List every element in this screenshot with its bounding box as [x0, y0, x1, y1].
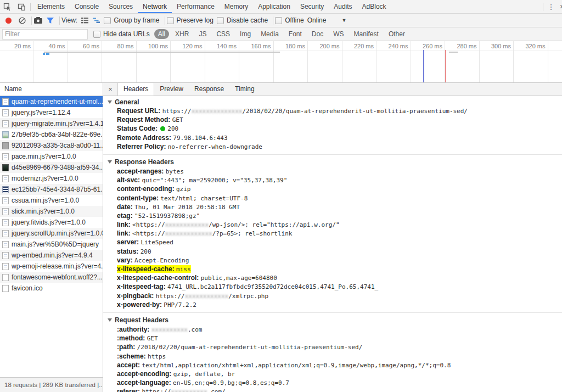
throttling-select[interactable]: Online ▼: [307, 16, 347, 24]
overview-request-bar: [449, 52, 458, 53]
type-filter-doc[interactable]: Doc: [308, 29, 327, 39]
kebab-menu-icon[interactable]: ⋮: [545, 3, 557, 11]
request-row[interactable]: slick.min.js?ver=1.0.0: [0, 206, 103, 217]
inspect-icon: [3, 3, 12, 11]
record-button[interactable]: [4, 18, 15, 24]
request-row[interactable]: wp-emoji-release.min.js?ver=4...: [0, 261, 103, 272]
type-filter-img[interactable]: Img: [236, 29, 255, 39]
request-row[interactable]: cssua.min.js?ver=1.0.0: [0, 195, 103, 206]
filter-input[interactable]: [2, 29, 88, 40]
request-row[interactable]: 27b9ef35-cb6a-34bf-822e-69e...: [0, 129, 103, 140]
tab-application[interactable]: Application: [253, 1, 295, 13]
details-tab-preview[interactable]: Preview: [154, 83, 189, 96]
list-view-button[interactable]: [81, 16, 89, 24]
offline-checkbox[interactable]: Offline: [275, 16, 304, 24]
details-tab-timing[interactable]: Timing: [229, 83, 260, 96]
header-pair: Remote Address: 79.98.104.6:443: [117, 134, 228, 142]
timeline-overview[interactable]: 20 ms40 ms60 ms80 ms100 ms120 ms140 ms16…: [0, 41, 562, 83]
type-filter-js[interactable]: JS: [195, 29, 210, 39]
request-name: jquery.js?ver=1.12.4: [12, 109, 71, 116]
waterfall-view-button[interactable]: [92, 16, 100, 24]
tab-network[interactable]: Network: [138, 1, 172, 13]
inspect-element-button[interactable]: [0, 1, 14, 13]
disable-cache-checkbox[interactable]: Disable cache: [217, 16, 268, 24]
redacted-text: xxxxxxxxxxxxxx: [192, 108, 243, 115]
header-value: miss: [176, 266, 191, 273]
header-row-etag: etag: "52-1519937898;gz": [103, 211, 562, 220]
ruler-tick-label: 80 ms: [101, 43, 134, 49]
request-row[interactable]: wp-embed.min.js?ver=4.9.4: [0, 250, 103, 261]
hide-data-urls-checkbox[interactable]: Hide data URLs: [93, 30, 150, 38]
header-pair: accept: text/html,application/xhtml+xml,…: [117, 361, 451, 369]
header-pair: Referrer Policy: no-referrer-when-downgr…: [117, 143, 262, 150]
request-row[interactable]: jquery.scrollUp.min.js?ver=1.0.0: [0, 228, 103, 239]
request-row[interactable]: pace.min.js?ver=1.0.0: [0, 151, 103, 162]
close-icon[interactable]: ×: [557, 2, 562, 11]
clear-button[interactable]: [18, 16, 26, 25]
type-filter-font[interactable]: Font: [285, 29, 306, 39]
tab-elements[interactable]: Elements: [32, 1, 70, 13]
ruler-tick-label: 120 ms: [170, 43, 203, 49]
header-name: Request URL:: [117, 107, 160, 115]
type-filter-media[interactable]: Media: [257, 29, 283, 39]
header-pair: vary: Accept-Encoding: [117, 256, 189, 264]
group-by-frame-checkbox[interactable]: Group by frame: [104, 16, 159, 24]
header-name: date:: [117, 203, 133, 211]
device-toolbar-button[interactable]: [14, 1, 29, 13]
request-row[interactable]: fontawesome-webfont.woff2?...: [0, 272, 103, 283]
name-column-header[interactable]: Name: [0, 83, 103, 96]
header-row-referrer-policy: Referrer Policy: no-referrer-when-downgr…: [103, 142, 562, 151]
tab-adblock[interactable]: AdBlock: [357, 1, 391, 13]
request-name: main.js?ver%5B0%5D=jquery: [12, 240, 99, 248]
header-pair: :scheme: https: [117, 352, 166, 360]
section-request-headers[interactable]: Request Headers: [103, 316, 562, 325]
request-name: jquery.fitvids.js?ver=1.0.0: [12, 219, 86, 226]
divider: [273, 16, 273, 25]
filter-toggle-button[interactable]: [46, 17, 54, 24]
type-filter-xhr[interactable]: XHR: [171, 29, 193, 39]
tab-sources[interactable]: Sources: [104, 1, 138, 13]
request-row[interactable]: main.js?ver%5B0%5D=jquery: [0, 239, 103, 250]
tab-console[interactable]: Console: [70, 1, 104, 13]
screenshot-button[interactable]: [33, 16, 43, 24]
record-icon: [5, 18, 12, 24]
disclosure-icon: [108, 318, 112, 322]
request-row[interactable]: 92012093-a335-3ca8-a0d0-11...: [0, 140, 103, 151]
type-filter-manifest[interactable]: Manifest: [350, 29, 383, 39]
tab-security[interactable]: Security: [295, 1, 329, 13]
header-value: /?p=65>; rel=shortlink: [212, 230, 293, 237]
type-filter-css[interactable]: CSS: [212, 29, 234, 39]
type-filter-other[interactable]: Other: [385, 29, 409, 39]
details-tab-response[interactable]: Response: [189, 83, 229, 96]
header-value: <https://: [132, 230, 165, 237]
type-filter-all[interactable]: All: [154, 29, 169, 39]
header-name: x-litespeed-tag:: [117, 283, 166, 290]
checkbox: [104, 17, 111, 24]
overview-request-mark: [43, 53, 45, 55]
request-row[interactable]: modernizr.js?ver=1.0.0: [0, 173, 103, 184]
details-tab-headers[interactable]: Headers: [117, 83, 154, 96]
close-details-icon[interactable]: ×: [103, 85, 117, 93]
script-icon: [2, 230, 9, 237]
request-row[interactable]: d45e8969-6679-3488-af59-34...: [0, 162, 103, 173]
request-row[interactable]: favicon.ico: [0, 283, 103, 294]
header-name: accept:: [117, 361, 140, 369]
header-name: accept-language:: [117, 379, 171, 387]
section-general[interactable]: General: [103, 97, 562, 107]
script-icon: [2, 153, 9, 160]
request-row[interactable]: ec125bb7-45e4-3344-87b5-61...: [0, 184, 103, 195]
section-response-headers[interactable]: Response Headers: [103, 158, 562, 167]
request-row[interactable]: quam-at-reprehenderit-ut-mol...: [0, 96, 103, 107]
header-pair: Status Code: 200: [117, 125, 178, 132]
tab-audits[interactable]: Audits: [329, 1, 357, 13]
tab-performance[interactable]: Performance: [172, 1, 220, 13]
section-title-text: General: [115, 98, 139, 106]
request-row[interactable]: jquery.fitvids.js?ver=1.0.0: [0, 217, 103, 228]
type-filter-ws[interactable]: WS: [329, 29, 347, 39]
request-row[interactable]: jquery-migrate.min.js?ver=1.4.1: [0, 118, 103, 129]
preserve-log-checkbox[interactable]: Preserve log: [167, 16, 213, 24]
header-row-x-litespeed-tag: x-litespeed-tag: 4741_URL.bc2a117fbfbdc9…: [103, 282, 562, 291]
request-row[interactable]: jquery.js?ver=1.12.4: [0, 107, 103, 118]
script-icon: [2, 241, 9, 248]
tab-memory[interactable]: Memory: [220, 1, 253, 13]
